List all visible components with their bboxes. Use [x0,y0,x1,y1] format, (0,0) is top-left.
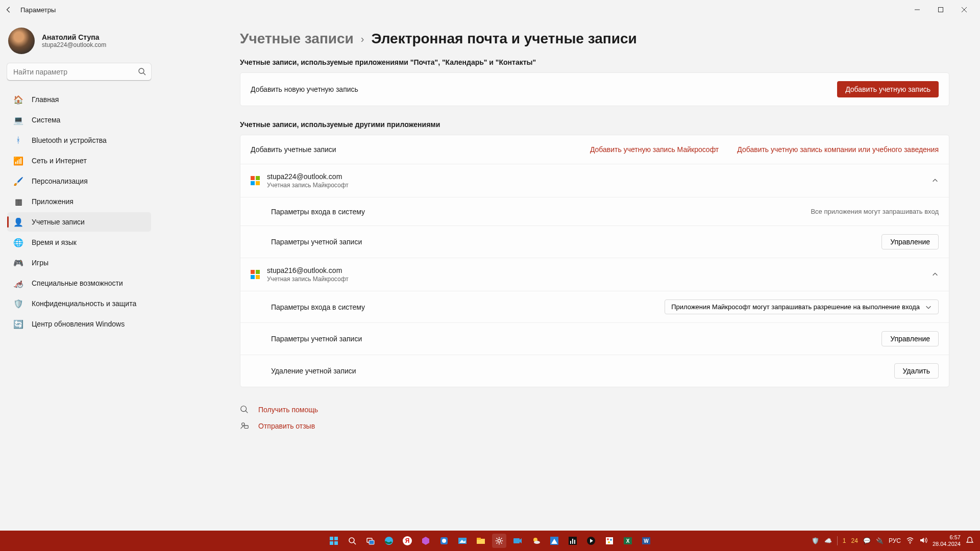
app-chart-icon[interactable] [566,534,580,548]
nav-label: Специальные возможности [32,279,123,287]
dropdown-value: Приложения Майкрософт могут запрашивать … [671,303,920,311]
settings-icon[interactable] [492,534,506,548]
account-signin-row: Параметры входа в систему Все приложения… [240,197,949,226]
nav-accessibility[interactable]: 🦽Специальные возможности [7,273,151,293]
volume-icon[interactable] [919,536,927,546]
breadcrumb-root[interactable]: Учетные записи [240,31,354,47]
delete-button[interactable]: Удалить [894,363,939,379]
svg-rect-11 [334,541,338,545]
clock-time: 6:57 [933,534,961,541]
word-icon[interactable]: W [639,534,653,548]
svg-rect-10 [330,541,333,545]
account-email: stupa216@outlook.com [267,266,349,274]
language-indicator[interactable]: РУС [889,537,901,544]
taskbar-search-icon[interactable] [345,534,359,548]
svg-marker-48 [920,538,924,543]
nav-personalization[interactable]: 🖌️Персонализация [7,171,151,191]
window-title: Параметры [20,6,56,14]
nav-network[interactable]: 📶Сеть и Интернет [7,151,151,170]
system-tray: 🛡️ ☁️ 1 24 💬 🔌 РУС 6:57 28.04.2024 [812,534,980,547]
apps-icon: ▦ [13,196,23,207]
profile-name: Анатолий Ступа [42,33,106,41]
paint-icon[interactable] [602,534,617,548]
tray-usb-icon[interactable]: 🔌 [876,537,884,544]
svg-line-13 [354,542,356,544]
excel-icon[interactable]: X [621,534,635,548]
tray-chat-icon[interactable]: 💬 [863,537,871,544]
tray-count2[interactable]: 24 [851,537,858,544]
signin-hint: Все приложения могут запрашивать вход [811,208,939,215]
gamepad-icon: 🎮 [13,258,23,268]
explorer-icon[interactable] [474,534,488,548]
page-title: Электронная почта и учетные записи [371,31,636,47]
nav-system[interactable]: 💻Система [7,110,151,130]
notifications-icon[interactable] [966,536,974,546]
feedback-link: Отправить отзыв [258,422,315,430]
help-link: Получить помощь [258,406,318,414]
svg-line-5 [246,411,248,413]
system-icon: 💻 [13,115,23,125]
nav-label: Bluetooth и устройства [32,136,107,144]
globe-icon: 🌐 [13,237,23,247]
feedback-link-row[interactable]: Отправить отзыв [240,418,949,434]
taskview-icon[interactable] [363,534,378,548]
sidebar: Анатолий Ступа stupa224@outlook.com 🏠Гла… [0,19,158,531]
svg-rect-15 [369,540,374,544]
svg-rect-1 [939,8,943,12]
edge-icon[interactable] [382,534,396,548]
svg-rect-9 [334,537,338,540]
media-player-icon[interactable] [584,534,598,548]
chevron-right-icon: › [361,33,364,45]
maximize-button[interactable] [929,2,952,17]
m365-icon[interactable] [437,534,451,548]
microsoft-logo-icon [251,270,260,279]
video-icon[interactable] [510,534,525,548]
nav-privacy[interactable]: 🛡️Конфиденциальность и защита [7,294,151,313]
account-signin-row: Параметры входа в систему Приложения Май… [240,291,949,322]
minimize-button[interactable] [905,2,929,17]
app-hex-icon[interactable] [419,534,433,548]
back-button[interactable] [4,5,13,14]
wifi-icon[interactable] [906,536,914,546]
nav-timelang[interactable]: 🌐Время и язык [7,233,151,252]
start-button[interactable] [327,534,341,548]
accessibility-icon: 🦽 [13,278,23,288]
account-email: stupa224@outlook.com [267,172,349,181]
bluetooth-icon: ᚼ [13,135,23,145]
app-blue-icon[interactable] [547,534,561,548]
account-options-row: Параметры учетной записи Управление [240,322,949,355]
add-email-button[interactable]: Добавить учетную запись [837,81,939,97]
add-org-account-link[interactable]: Добавить учетную запись компании или уче… [737,145,939,154]
taskbar-center: Я X W [327,534,653,548]
search-input[interactable] [7,63,151,81]
tray-count1[interactable]: 1 [843,537,846,544]
nav-update[interactable]: 🔄Центр обновления Windows [7,314,151,334]
profile-block[interactable]: Анатолий Ступа stupa224@outlook.com [7,24,151,63]
account-header[interactable]: stupa216@outlook.com Учетная запись Майк… [240,258,949,291]
nav-bluetooth[interactable]: ᚼBluetooth и устройства [7,131,151,150]
nav-accounts[interactable]: 👤Учетные записи [7,212,151,232]
weather-icon[interactable] [529,534,543,548]
manage-button[interactable]: Управление [881,331,939,346]
tray-app-icon[interactable]: 🛡️ [812,537,819,544]
manage-button[interactable]: Управление [881,234,939,249]
nav-home[interactable]: 🏠Главная [7,90,151,109]
svg-rect-8 [330,537,333,540]
nav-apps[interactable]: ▦Приложения [7,192,151,211]
account-options-row: Параметры учетной записи Управление [240,226,949,258]
row-label: Добавить учетные записи [251,145,336,154]
yandex-icon[interactable]: Я [400,534,414,548]
account-header[interactable]: stupa224@outlook.com Учетная запись Майк… [240,164,949,197]
row-label: Удаление учетной записи [271,367,356,375]
help-link-row[interactable]: Получить помощь [240,402,949,418]
close-button[interactable] [952,2,976,17]
nav-label: Конфиденциальность и защита [32,299,136,308]
nav-games[interactable]: 🎮Игры [7,253,151,272]
onedrive-icon[interactable]: ☁️ [824,537,832,544]
clock[interactable]: 6:57 28.04.2024 [933,534,961,547]
search-box[interactable] [7,63,151,81]
signin-dropdown[interactable]: Приложения Майкрософт могут запрашивать … [665,299,939,314]
add-ms-account-link[interactable]: Добавить учетную запись Майкрософт [590,145,719,154]
account-type: Учетная запись Майкрософт [267,182,349,189]
photos-icon[interactable] [455,534,470,548]
